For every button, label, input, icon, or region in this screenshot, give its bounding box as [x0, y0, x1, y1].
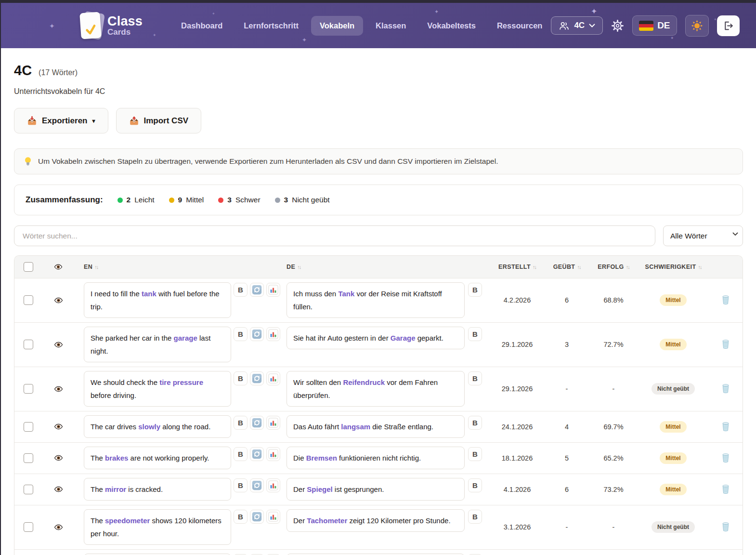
en-sentence-field[interactable]: I need to fill the tank with fuel before… [84, 282, 231, 318]
word-filter-select[interactable]: Alle Wörter [663, 225, 743, 246]
en-bold-button[interactable]: B [234, 447, 248, 461]
success-rate: 72.7% [589, 341, 638, 348]
column-header-de[interactable]: DE↑↓ [281, 264, 490, 270]
row-visibility-toggle[interactable] [42, 386, 74, 392]
delete-row-button[interactable] [720, 337, 731, 352]
row-visibility-toggle[interactable] [42, 297, 74, 304]
row-checkbox[interactable] [24, 340, 33, 349]
de-bold-button[interactable]: B [468, 478, 482, 492]
de-sentence-field[interactable]: Die Bremsen funktionieren nicht richtig. [287, 447, 465, 469]
regenerate-button[interactable] [250, 447, 264, 461]
de-bold-button[interactable]: B [468, 510, 482, 524]
column-header-geuebt[interactable]: GEÜBT↑↓ [544, 264, 589, 270]
unpracticed-count: 3 [284, 196, 288, 204]
stats-button[interactable] [266, 416, 280, 430]
nav-item-klassen[interactable]: Klassen [367, 16, 415, 36]
regenerate-button[interactable] [250, 283, 264, 297]
logout-button[interactable] [717, 15, 740, 36]
search-input[interactable] [14, 225, 655, 246]
column-header-erstellt[interactable]: ERSTELLT↑↓ [490, 264, 544, 270]
trash-icon [721, 338, 730, 349]
nav-item-vokabeltests[interactable]: Vokabeltests [418, 16, 484, 36]
en-bold-button[interactable]: B [234, 327, 248, 341]
regenerate-button[interactable] [250, 416, 264, 430]
stats-button[interactable] [266, 478, 280, 492]
toggle-all-visibility-button[interactable] [42, 264, 74, 270]
de-sentence-field[interactable]: Ich muss den Tank vor der Reise mit Kraf… [287, 282, 465, 318]
en-sentence-field[interactable]: The mirror is cracked. [84, 478, 231, 501]
export-button[interactable]: Exportieren ▾ [14, 108, 108, 133]
de-bold-button[interactable]: B [468, 283, 482, 297]
theme-toggle-button[interactable] [685, 15, 709, 37]
nav-item-dashboard[interactable]: Dashboard [172, 16, 231, 36]
en-sentence-field[interactable]: We should check the tire pressure before… [84, 371, 231, 407]
de-bold-button[interactable]: B [468, 416, 482, 430]
row-checkbox[interactable] [24, 295, 33, 305]
de-sentence-field[interactable]: Sie hat ihr Auto gestern in der Garage g… [287, 327, 465, 349]
logout-icon [723, 20, 734, 31]
en-bold-button[interactable]: B [234, 478, 248, 492]
bar-chart-icon [268, 418, 278, 428]
en-bold-button[interactable]: B [234, 283, 248, 297]
de-bold-button[interactable]: B [468, 327, 482, 341]
practiced-count: 5 [544, 454, 589, 462]
nav-item-lernfortschritt[interactable]: Lernfortschritt [235, 16, 307, 36]
settings-button[interactable] [611, 19, 624, 32]
delete-row-button[interactable] [720, 293, 731, 307]
stats-button[interactable] [266, 371, 280, 385]
en-bold-button[interactable]: B [234, 416, 248, 430]
delete-row-button[interactable] [720, 451, 731, 465]
de-sentence-field[interactable]: Das Auto fährt langsam die Straße entlan… [287, 415, 465, 438]
en-bold-button[interactable]: B [234, 371, 248, 385]
nav-item-vokabeln[interactable]: Vokabeln [311, 16, 363, 36]
import-csv-button[interactable]: Import CSV [116, 108, 202, 133]
delete-row-button[interactable] [720, 420, 731, 434]
en-sentence-field[interactable]: The brakes are not working properly. [84, 447, 231, 469]
row-checkbox[interactable] [24, 422, 33, 432]
row-checkbox[interactable] [24, 522, 33, 532]
de-sentence-field[interactable]: Der Spiegel ist gesprungen. [287, 478, 465, 501]
difficulty-badge: Nicht geübt [652, 521, 695, 533]
stats-button[interactable] [266, 283, 280, 297]
de-bold-button[interactable]: B [468, 447, 482, 461]
delete-row-button[interactable] [720, 520, 731, 534]
delete-row-button[interactable] [720, 382, 731, 396]
de-sentence-field[interactable]: Wir sollten den Reifendruck vor dem Fahr… [287, 371, 465, 407]
stats-button[interactable] [266, 510, 280, 524]
regenerate-button[interactable] [250, 478, 264, 492]
stats-button[interactable] [266, 447, 280, 461]
row-visibility-toggle[interactable] [42, 524, 74, 530]
success-rate: - [589, 385, 638, 393]
row-checkbox[interactable] [24, 453, 33, 463]
eye-icon [54, 423, 63, 430]
bar-chart-icon [268, 512, 278, 522]
en-sentence-field[interactable]: The speedometer shows 120 kilometers per… [84, 509, 231, 545]
difficulty-badge: Mittel [660, 484, 686, 495]
de-sentence-field[interactable]: Der Tachometer zeigt 120 Kilometer pro S… [287, 509, 465, 532]
en-bold-button[interactable]: B [234, 510, 248, 524]
app-logo[interactable]: Class Cards [80, 13, 143, 39]
regenerate-button[interactable] [250, 327, 264, 341]
select-all-checkbox[interactable] [24, 262, 33, 272]
delete-row-button[interactable] [720, 482, 731, 497]
stats-button[interactable] [266, 327, 280, 341]
row-checkbox[interactable] [24, 485, 33, 494]
en-sentence-field[interactable]: She parked her car in the garage last ni… [84, 327, 231, 362]
created-date: 18.1.2026 [490, 454, 544, 462]
column-header-en[interactable]: EN↑↓ [74, 264, 281, 270]
nav-item-ressourcen[interactable]: Ressourcen [488, 16, 551, 36]
language-switcher[interactable]: DE [632, 15, 677, 36]
class-selector-dropdown[interactable]: 4C [551, 16, 603, 35]
row-checkbox[interactable] [24, 384, 33, 394]
column-header-schwierigkeit[interactable]: SCHWIERIGKEIT↑↓ [638, 264, 709, 270]
regenerate-button[interactable] [250, 371, 264, 385]
row-visibility-toggle[interactable] [42, 342, 74, 348]
row-visibility-toggle[interactable] [42, 486, 74, 492]
class-selector-value: 4C [574, 21, 585, 30]
de-bold-button[interactable]: B [468, 371, 482, 385]
en-sentence-field[interactable]: The car drives slowly along the road. [84, 415, 231, 438]
row-visibility-toggle[interactable] [42, 423, 74, 430]
regenerate-button[interactable] [250, 510, 264, 524]
row-visibility-toggle[interactable] [42, 455, 74, 461]
column-header-erfolg[interactable]: ERFOLG↑↓ [589, 264, 638, 270]
